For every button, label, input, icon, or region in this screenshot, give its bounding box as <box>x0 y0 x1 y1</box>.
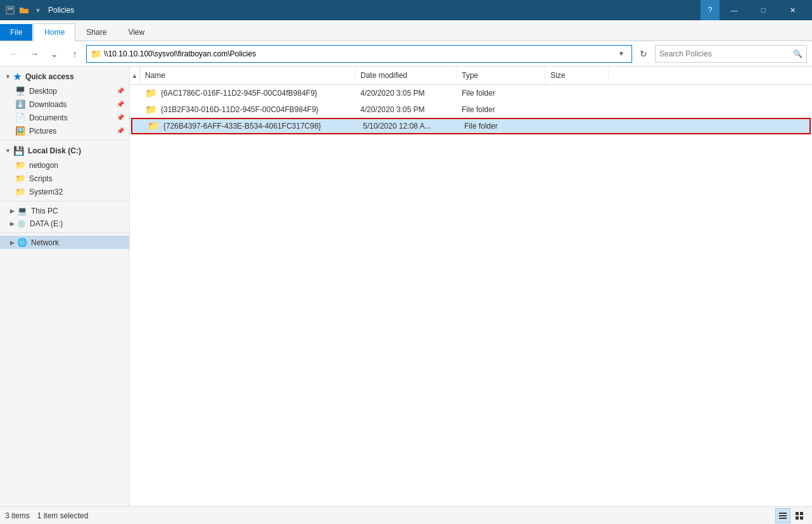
data-e-icon: 💿 <box>17 220 26 228</box>
svg-rect-9 <box>800 516 803 520</box>
tab-view[interactable]: View <box>117 23 155 41</box>
sidebar: ▼ ★ Quick access 🖥️ Desktop 📌 ⬇️ Downloa… <box>0 67 130 506</box>
address-box[interactable]: 📁 ▼ <box>86 45 632 63</box>
netlogon-label: netlogon <box>29 161 58 170</box>
svg-rect-1 <box>8 8 13 9</box>
back-button[interactable]: ← <box>5 45 23 63</box>
large-icons-view-button[interactable] <box>792 508 807 523</box>
search-box[interactable]: 🔍 <box>655 45 807 63</box>
sidebar-item-desktop[interactable]: 🖥️ Desktop 📌 <box>0 84 129 98</box>
tab-file[interactable]: File <box>0 24 32 41</box>
forward-button[interactable]: → <box>25 45 43 63</box>
netlogon-folder-icon: 📁 <box>15 160 25 170</box>
sidebar-section-quick-access[interactable]: ▼ ★ Quick access <box>0 69 129 84</box>
documents-label: Documents <box>29 113 68 122</box>
svg-rect-2 <box>8 10 13 10</box>
address-bar-row: ← → ⌄ ↑ 📁 ▼ ↻ 🔍 <box>0 41 812 67</box>
local-disk-label: Local Disk (C:) <box>28 146 81 155</box>
sidebar-item-netlogon[interactable]: 📁 netlogon <box>0 158 129 172</box>
address-folder-icon: 📁 <box>91 49 101 59</box>
quick-access-label: Quick access <box>25 72 74 81</box>
title-bar: ▼ Policies ? — □ ✕ <box>0 0 812 20</box>
search-icon[interactable]: 🔍 <box>793 49 802 58</box>
refresh-button[interactable]: ↻ <box>635 45 652 63</box>
network-arrow: ▶ <box>10 240 15 246</box>
minimize-button[interactable]: — <box>720 0 749 20</box>
downloads-label: Downloads <box>29 100 67 109</box>
file-date-cell: 5/10/2020 12:08 A... <box>358 122 459 131</box>
svg-rect-4 <box>779 515 787 516</box>
tab-share[interactable]: Share <box>75 23 117 41</box>
recent-locations-button[interactable]: ⌄ <box>46 45 63 63</box>
pictures-icon: 🖼️ <box>15 126 25 136</box>
sidebar-item-data-e[interactable]: ▶ 💿 DATA (E:) <box>0 217 129 230</box>
svg-rect-8 <box>796 516 799 520</box>
local-disk-icon: 💾 <box>13 146 24 156</box>
file-name-cell: 📁 {6AC1786C-016F-11D2-945F-00C04fB984F9} <box>140 87 355 99</box>
svg-rect-6 <box>796 512 799 515</box>
address-input[interactable] <box>104 49 612 58</box>
sidebar-item-network[interactable]: ▶ 🌐 Network <box>0 236 129 249</box>
sidebar-item-pictures[interactable]: 🖼️ Pictures 📌 <box>0 124 129 137</box>
pictures-label: Pictures <box>29 127 56 136</box>
sidebar-item-scripts[interactable]: 📁 Scripts <box>0 172 129 185</box>
table-row[interactable]: 📁 {726B4397-6AFF-433E-B534-4061FC317C98}… <box>131 118 811 134</box>
title-controls: ? — □ ✕ <box>701 0 807 20</box>
sidebar-item-documents[interactable]: 📄 Documents 📌 <box>0 111 129 124</box>
ribbon: File Home Share View <box>0 20 812 41</box>
help-button[interactable]: ? <box>701 0 720 20</box>
table-row[interactable]: 📁 {6AC1786C-016F-11D2-945F-00C04fB984F9}… <box>130 85 812 101</box>
details-view-button[interactable] <box>775 508 790 523</box>
titlebar-icon1 <box>5 5 15 15</box>
sidebar-sep-1 <box>0 140 129 141</box>
column-header: ▲ Name Date modified Type Size <box>130 67 812 85</box>
file-type-cell: File folder <box>457 89 545 98</box>
titlebar-folder-icon <box>19 5 29 15</box>
sidebar-item-system32[interactable]: 📁 System32 <box>0 185 129 198</box>
svg-rect-5 <box>779 518 787 519</box>
documents-icon: 📄 <box>15 113 25 122</box>
sidebar-item-downloads[interactable]: ⬇️ Downloads 📌 <box>0 98 129 111</box>
sidebar-sep-2 <box>0 201 129 201</box>
window-title: Policies <box>48 6 701 15</box>
selected-count: 1 item selected <box>37 511 89 520</box>
quick-access-arrow: ▼ <box>5 73 11 80</box>
file-date-cell: 4/20/2020 3:05 PM <box>355 105 457 114</box>
data-e-label: DATA (E:) <box>30 219 63 228</box>
local-disk-arrow: ▼ <box>5 148 11 154</box>
file-date-cell: 4/20/2020 3:05 PM <box>355 89 457 98</box>
documents-pin-icon: 📌 <box>117 114 124 121</box>
folder-icon: 📁 <box>148 120 160 132</box>
network-icon: 🌐 <box>17 238 27 247</box>
file-name-cell: 📁 {31B2F340-016D-11D2-945F-00C04FB984F9} <box>140 104 355 115</box>
this-pc-icon: 💻 <box>17 206 27 215</box>
quick-access-star-icon: ★ <box>13 72 22 82</box>
file-name-text: {726B4397-6AFF-433E-B534-4061FC317C98} <box>163 122 321 131</box>
pictures-pin-icon: 📌 <box>117 127 124 134</box>
search-input[interactable] <box>659 49 793 58</box>
file-type-cell: File folder <box>457 105 545 114</box>
main-area: ▼ ★ Quick access 🖥️ Desktop 📌 ⬇️ Downloa… <box>0 67 812 506</box>
sidebar-section-local-disk[interactable]: ▼ 💾 Local Disk (C:) <box>0 143 129 158</box>
scripts-label: Scripts <box>29 174 53 183</box>
desktop-pin-icon: 📌 <box>117 87 124 94</box>
column-header-type[interactable]: Type <box>457 67 545 84</box>
column-header-size[interactable]: Size <box>545 67 609 84</box>
scripts-folder-icon: 📁 <box>15 174 25 183</box>
tab-home[interactable]: Home <box>34 23 75 41</box>
column-header-date[interactable]: Date modified <box>355 67 457 84</box>
network-label: Network <box>31 238 59 247</box>
address-dropdown-button[interactable]: ▼ <box>615 48 628 60</box>
table-row[interactable]: 📁 {31B2F340-016D-11D2-945F-00C04FB984F9}… <box>130 101 812 118</box>
maximize-button[interactable]: □ <box>749 0 778 20</box>
column-resize-handle[interactable]: ▲ <box>130 67 140 84</box>
title-bar-icons: ▼ <box>5 5 43 15</box>
sidebar-item-this-pc[interactable]: ▶ 💻 This PC <box>0 204 129 217</box>
file-name-cell: 📁 {726B4397-6AFF-433E-B534-4061FC317C98} <box>143 120 358 132</box>
file-list: 📁 {6AC1786C-016F-11D2-945F-00C04fB984F9}… <box>130 85 812 506</box>
folder-icon: 📁 <box>145 104 157 115</box>
downloads-pin-icon: 📌 <box>117 101 124 108</box>
column-header-name[interactable]: Name <box>140 67 355 84</box>
close-button[interactable]: ✕ <box>778 0 807 20</box>
up-button[interactable]: ↑ <box>66 45 84 63</box>
